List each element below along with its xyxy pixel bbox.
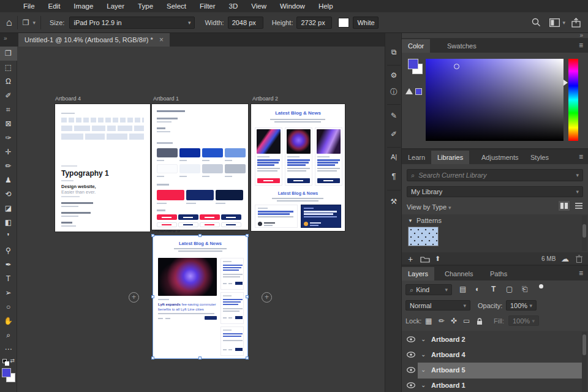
healing-brush-tool-icon[interactable]: ✛ <box>0 145 17 159</box>
color-swatch[interactable] <box>186 190 214 200</box>
layer-row[interactable]: ⌄ Artboard 2 <box>402 332 583 348</box>
add-artboard-button[interactable]: + <box>129 292 139 303</box>
canvas-color-swatch[interactable] <box>338 18 349 28</box>
read-more-chip[interactable] <box>205 316 217 320</box>
tab-libraries[interactable]: Libraries <box>431 151 469 164</box>
swap-colors-icon[interactable]: ⇄ <box>10 358 15 364</box>
artboard-5[interactable]: Latest Blog & News Lyft expands fee-savi… <box>153 236 247 358</box>
filter-adjustment-layers-icon[interactable]: ◐ <box>475 285 480 293</box>
layer-row[interactable]: ⌄ Artboard 1 <box>402 378 583 392</box>
selection-handle[interactable] <box>246 356 249 360</box>
tab-layers[interactable]: Layers <box>402 267 434 281</box>
tab-channels[interactable]: Channels <box>439 267 479 281</box>
menu-3d[interactable]: 3D <box>229 2 238 10</box>
paragraph-panel-icon[interactable]: ¶ <box>385 172 402 181</box>
foreground-color-swatch[interactable] <box>408 59 418 69</box>
trash-icon[interactable] <box>576 255 582 263</box>
artboard-4[interactable]: Typography 1 Design website, Easier than… <box>55 104 150 232</box>
menu-view[interactable]: View <box>251 2 266 10</box>
chevron-down-icon[interactable]: ▾ <box>562 20 565 26</box>
color-swatch[interactable] <box>157 164 178 173</box>
color-swatch[interactable] <box>202 148 223 157</box>
filter-pixel-layers-icon[interactable]: ▤ <box>459 285 466 293</box>
filter-smart-objects-icon[interactable]: ⎗ <box>522 285 528 293</box>
read-more-chip[interactable] <box>235 348 243 351</box>
menu-filter[interactable]: Filter <box>200 2 216 10</box>
list-view-button[interactable] <box>573 201 584 211</box>
opacity-input[interactable]: 100% ▾ <box>506 300 537 311</box>
blog-card[interactable] <box>285 127 312 186</box>
artboard-tool-icon[interactable]: ❐ <box>0 47 17 61</box>
canvas-color-select[interactable]: White <box>353 17 379 29</box>
folder-icon[interactable] <box>420 255 430 263</box>
hue-slider[interactable] <box>568 59 578 141</box>
crop-tool-icon[interactable]: ⌗ <box>0 103 17 117</box>
layer-row[interactable]: ⌄ Artboard 4 <box>402 347 583 363</box>
properties-panel-icon[interactable]: ⚙ <box>385 71 402 80</box>
lock-pixels-icon[interactable]: ✏ <box>439 317 445 325</box>
menu-edit[interactable]: Edit <box>48 2 61 10</box>
lock-all-icon[interactable] <box>477 318 483 325</box>
hue-slider-arrow[interactable] <box>564 80 568 86</box>
filter-toggle-icon[interactable] <box>539 284 543 288</box>
selection-handle[interactable] <box>151 234 154 237</box>
artboard-tool-preset-icon[interactable]: ❐ <box>23 18 29 27</box>
artboard-1[interactable] <box>152 104 248 230</box>
home-icon[interactable]: ⌂ <box>6 17 12 28</box>
visibility-eye-icon[interactable] <box>407 367 415 373</box>
view-by-type-dropdown[interactable]: View by Type ▾ <box>407 203 451 211</box>
grid-view-button[interactable] <box>559 201 570 211</box>
mini-blog-card[interactable] <box>221 326 244 356</box>
expand-chevron-icon[interactable]: ⌄ <box>421 366 426 373</box>
artboard-label[interactable]: Artboard 2 <box>252 96 278 102</box>
color-swatch[interactable] <box>216 190 243 200</box>
tab-learn[interactable]: Learn <box>402 151 431 164</box>
expand-chevron-icon[interactable]: ⌄ <box>421 336 426 342</box>
height-input[interactable]: 2732 px <box>296 17 332 29</box>
selection-handle[interactable] <box>246 234 249 237</box>
layer-row-selected[interactable]: ⌄ Artboard 5 <box>402 363 583 379</box>
color-swatch[interactable] <box>179 164 200 173</box>
filter-shape-layers-icon[interactable]: ▢ <box>506 285 513 293</box>
pattern-thumbnail[interactable] <box>408 227 439 246</box>
selection-handle[interactable] <box>151 356 154 360</box>
mini-blog-card[interactable] <box>221 258 244 290</box>
character-panel-icon[interactable]: A| <box>385 153 402 160</box>
lock-position-icon[interactable]: ✜ <box>451 317 457 325</box>
brush-settings-panel-icon[interactable]: ✎ <box>385 111 402 120</box>
menu-layer[interactable]: Layer <box>107 2 124 10</box>
history-brush-tool-icon[interactable]: ⟲ <box>0 187 17 202</box>
blur-tool-icon[interactable]: ❜ <box>0 230 17 244</box>
pen-tool-icon[interactable]: ✒ <box>0 258 17 272</box>
tool-presets-panel-icon[interactable]: ⚒ <box>385 197 402 206</box>
read-more-chip[interactable] <box>235 282 243 285</box>
panel-menu-icon[interactable]: ≡ <box>579 153 583 161</box>
mini-blog-card[interactable] <box>221 292 244 324</box>
artboard-2[interactable]: Latest Blog & News <box>251 104 345 231</box>
toolbar-collapse-icon[interactable]: » <box>4 35 7 42</box>
tab-paths[interactable]: Paths <box>484 267 513 281</box>
marquee-tool-icon[interactable]: ⬚ <box>0 61 17 75</box>
type-tool-icon[interactable]: T <box>0 272 17 286</box>
color-field-cursor[interactable] <box>454 64 459 69</box>
foreground-color-swatch[interactable] <box>2 368 11 377</box>
add-item-icon[interactable]: + <box>408 254 413 264</box>
width-input[interactable]: 2048 px <box>228 17 263 29</box>
scrollbar[interactable] <box>582 216 587 251</box>
color-swatch[interactable] <box>225 164 246 173</box>
blog-card-featured[interactable] <box>301 205 341 228</box>
color-swatch[interactable] <box>157 190 184 200</box>
brush-tool-icon[interactable]: ✏ <box>0 159 17 173</box>
ellipse-tool-icon[interactable]: ○ <box>0 300 17 314</box>
scrollbar[interactable] <box>582 332 587 392</box>
layer-filter-select[interactable]: ⌕ Kind ▾ <box>405 284 452 295</box>
tab-color[interactable]: Color <box>402 39 430 53</box>
blog-card[interactable] <box>315 127 342 186</box>
selection-handle[interactable] <box>246 295 249 298</box>
artboard-label[interactable]: Artboard 4 <box>55 96 81 102</box>
gamut-color-swatch[interactable] <box>415 88 422 95</box>
edit-toolbar-icon[interactable]: ⋯ <box>0 342 17 356</box>
brushes-panel-icon[interactable]: ✐ <box>385 130 402 138</box>
lock-artboard-icon[interactable]: ▭ <box>463 317 470 325</box>
menu-help[interactable]: Help <box>318 2 333 10</box>
